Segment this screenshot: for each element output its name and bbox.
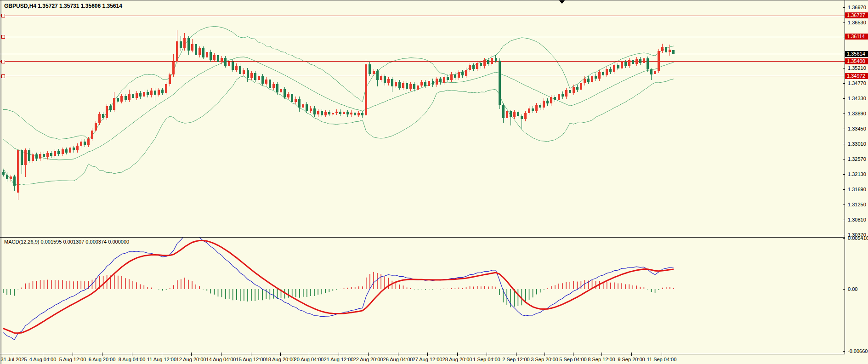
- hline-anchor-handle[interactable]: [1, 14, 5, 17]
- price-axis-label: 1.33450: [848, 126, 866, 131]
- candle-body: [495, 58, 497, 61]
- candle-body: [43, 154, 45, 158]
- candle-body: [550, 97, 552, 103]
- time-axis-label: 4 Aug 04:00: [29, 357, 57, 362]
- candle-body: [280, 89, 282, 93]
- price-axis-label: 1.31690: [848, 187, 866, 192]
- candle-body: [602, 72, 604, 75]
- candle-body: [617, 65, 619, 68]
- time-axis-label: 8 Sep 12:00: [588, 357, 615, 362]
- candle-body: [562, 94, 564, 97]
- price-axis-tick: [843, 23, 845, 23]
- candle-body: [210, 52, 212, 60]
- candle-body: [65, 149, 68, 153]
- chart-shift-marker-icon[interactable]: [559, 0, 565, 4]
- candle-body: [191, 44, 193, 51]
- main-chart-svg[interactable]: [0, 0, 845, 236]
- candle-body: [373, 71, 375, 74]
- candle-body: [406, 83, 408, 89]
- candle-body: [21, 150, 23, 165]
- time-axis-separator: [0, 354, 845, 354]
- candle-body: [313, 108, 316, 115]
- candle-body: [480, 63, 482, 67]
- candle-body: [343, 112, 345, 114]
- time-axis-label: 18 Aug 20:00: [266, 357, 295, 362]
- time-axis-tick: [102, 353, 102, 356]
- candle-body: [450, 74, 453, 80]
- hline-anchor-handle[interactable]: [1, 74, 5, 78]
- price-level-badge: 1.36727: [845, 12, 868, 18]
- macd-indicator-label: MACD(12,26,9) 0.001595 0.001307 0.000374…: [4, 239, 129, 245]
- candle-body: [376, 71, 379, 80]
- candle-body: [176, 41, 178, 62]
- chart-window: GBPUSD,H4 1.35727 1.35731 1.35606 1.3561…: [0, 0, 868, 364]
- candle-body: [565, 90, 567, 97]
- candle-body: [647, 58, 649, 69]
- price-level-badge: 1.35400: [845, 58, 868, 64]
- candle-body: [436, 79, 438, 85]
- price-axis-label: 1.30810: [848, 217, 866, 222]
- candle-body: [69, 148, 71, 153]
- candle-body: [665, 47, 667, 52]
- candle-body: [420, 82, 423, 85]
- candle-body: [380, 76, 382, 80]
- time-axis-tick: [339, 353, 339, 356]
- candle-body: [409, 84, 412, 89]
- candle-body: [513, 112, 516, 117]
- candle-body: [328, 112, 330, 114]
- candle-body: [454, 74, 456, 78]
- candle-body: [458, 72, 460, 78]
- candle-body: [261, 76, 264, 84]
- candle-body: [346, 112, 349, 114]
- candle-body: [117, 98, 119, 102]
- candle-body: [528, 108, 530, 113]
- macd-indicator-svg[interactable]: [0, 237, 845, 353]
- candle-body: [576, 87, 579, 90]
- bollinger-upper-band: [3, 27, 674, 140]
- candle-body: [606, 69, 608, 75]
- candle-body: [639, 59, 641, 63]
- time-axis-label: 15 Aug 12:00: [236, 357, 266, 362]
- candle-body: [302, 104, 304, 108]
- candle-body: [113, 98, 115, 110]
- candle-body: [621, 62, 623, 68]
- candle-body: [402, 83, 404, 88]
- candle-body: [517, 112, 519, 116]
- candle-body: [291, 94, 293, 102]
- time-axis-tick: [221, 353, 221, 356]
- time-axis-tick: [73, 353, 73, 356]
- candle-body: [535, 105, 538, 111]
- candle-body: [491, 58, 493, 64]
- hline-anchor-handle[interactable]: [1, 35, 5, 39]
- candle-body: [295, 99, 297, 102]
- macd-axis-label: 0.00: [848, 286, 857, 292]
- pane-divider[interactable]: [0, 237, 845, 238]
- pane-divider[interactable]: [0, 236, 845, 236]
- price-level-badge: 1.35614: [845, 51, 868, 57]
- candle-body: [658, 51, 660, 71]
- time-axis-tick: [43, 353, 43, 356]
- candle-body: [57, 151, 60, 154]
- candle-body: [254, 73, 256, 80]
- time-axis-tick: [309, 353, 309, 356]
- price-axis-tick: [843, 83, 845, 84]
- price-axis-tick: [843, 174, 845, 175]
- candle-body: [80, 142, 82, 146]
- candle-body: [128, 94, 130, 100]
- price-axis-tick: [843, 129, 845, 129]
- candle-body: [2, 172, 5, 175]
- candle-body: [369, 64, 371, 74]
- candle-body: [258, 76, 260, 80]
- candle-body: [76, 146, 79, 151]
- candle-body: [158, 90, 160, 95]
- candle-body: [287, 94, 289, 97]
- candle-body: [573, 87, 575, 93]
- hline-anchor-handle[interactable]: [1, 60, 5, 63]
- candle-body: [432, 81, 434, 85]
- candle-body: [54, 151, 56, 156]
- candle-body: [150, 91, 153, 96]
- candle-body: [228, 62, 230, 66]
- candle-body: [510, 111, 512, 117]
- candle-body: [17, 150, 19, 193]
- candle-body: [632, 60, 634, 64]
